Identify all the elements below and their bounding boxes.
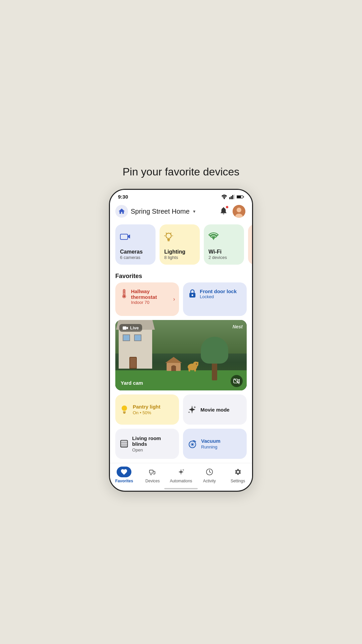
vacuum-tile[interactable]: Vacuum Running bbox=[183, 429, 247, 459]
svg-point-29 bbox=[192, 294, 193, 296]
battery-icon bbox=[237, 195, 244, 199]
cameras-sublabel: 6 cameras bbox=[120, 255, 151, 260]
bottom-tiles-row-1: Pantry light On • 50% Movie mode bbox=[110, 394, 252, 429]
svg-point-52 bbox=[192, 444, 193, 445]
svg-rect-2 bbox=[231, 196, 232, 199]
svg-rect-11 bbox=[120, 234, 128, 239]
status-time: 9:30 bbox=[118, 194, 128, 200]
svg-point-9 bbox=[237, 208, 241, 212]
svg-marker-30 bbox=[165, 357, 182, 363]
svg-rect-4 bbox=[234, 195, 235, 199]
category-tile-lighting[interactable]: Lighting 8 lights bbox=[160, 224, 200, 265]
svg-rect-38 bbox=[123, 326, 126, 330]
svg-rect-41 bbox=[234, 379, 238, 383]
blinds-label: Living room blinds bbox=[132, 435, 174, 447]
top-bar-right bbox=[219, 205, 245, 218]
heart-icon bbox=[120, 468, 128, 476]
nav-devices[interactable]: Devices bbox=[138, 467, 167, 483]
svg-point-20 bbox=[213, 239, 214, 240]
svg-line-16 bbox=[166, 233, 167, 233]
nav-activity-label: Activity bbox=[203, 479, 216, 483]
svg-rect-45 bbox=[123, 413, 125, 414]
camera-category-icon bbox=[120, 232, 130, 240]
blinds-tile[interactable]: Living room blinds Open bbox=[115, 429, 179, 459]
pantry-light-tile[interactable]: Pantry light On • 50% bbox=[115, 394, 179, 425]
sparkle-icon bbox=[188, 405, 196, 414]
activity-icon bbox=[206, 468, 213, 476]
favorite-lock[interactable]: Front door lock Locked bbox=[183, 282, 247, 316]
nav-favorites[interactable]: Favorites bbox=[110, 467, 138, 483]
svg-rect-3 bbox=[232, 195, 233, 199]
no-video-icon[interactable] bbox=[231, 375, 243, 387]
chevron-down-icon: ▾ bbox=[193, 209, 195, 214]
categories-scroll: Cameras 6 cameras bbox=[110, 221, 252, 268]
home-selector[interactable]: Spring Street Home ▾ bbox=[115, 205, 195, 218]
nest-brand-badge: Nest bbox=[233, 324, 243, 329]
vacuum-label: Vacuum bbox=[201, 438, 221, 444]
svg-point-36 bbox=[188, 368, 190, 372]
svg-rect-1 bbox=[229, 197, 230, 199]
vacuum-icon bbox=[188, 439, 197, 448]
thermostat-temp: Indoor 70 bbox=[131, 300, 174, 305]
category-tile-cameras[interactable]: Cameras 6 cameras bbox=[115, 224, 156, 265]
pantry-sub: On • 50% bbox=[133, 410, 161, 415]
page-headline: Pin your favorite devices bbox=[123, 166, 240, 178]
status-icons bbox=[221, 195, 244, 199]
status-bar: 9:30 bbox=[110, 190, 252, 202]
nav-automations[interactable]: Automations bbox=[167, 467, 195, 483]
nav-settings-label: Settings bbox=[231, 479, 245, 483]
camera-name-label: Yard cam bbox=[121, 380, 143, 386]
nav-activity[interactable]: Activity bbox=[195, 467, 224, 483]
category-tile-climate[interactable]: Climate 3 devices bbox=[248, 224, 252, 265]
favorites-row: Hallway thermostat Indoor 70 › Front doo… bbox=[110, 282, 252, 320]
camera-feed[interactable]: Live Nest Yard cam bbox=[115, 320, 247, 390]
svg-rect-7 bbox=[243, 196, 244, 197]
favorites-section-label: Favorites bbox=[110, 268, 252, 282]
svg-point-37 bbox=[194, 368, 196, 372]
lighting-label: Lighting bbox=[164, 249, 195, 255]
nav-automations-label: Automations bbox=[170, 479, 192, 483]
thermostat-chevron: › bbox=[173, 296, 175, 302]
home-icon-bg bbox=[115, 205, 128, 218]
svg-line-17 bbox=[171, 233, 171, 233]
lock-name: Front door lock bbox=[200, 288, 237, 294]
svg-point-27 bbox=[123, 296, 125, 298]
nav-settings-icon-wrap bbox=[231, 467, 245, 477]
nav-devices-label: Devices bbox=[145, 479, 160, 483]
signal-icon bbox=[229, 195, 235, 199]
movie-mode-tile[interactable]: Movie mode bbox=[183, 394, 247, 425]
home-icon bbox=[118, 208, 125, 215]
wifi-status-icon bbox=[221, 195, 227, 199]
automations-icon bbox=[177, 468, 185, 476]
wifi-label: Wi-Fi bbox=[208, 249, 239, 255]
svg-marker-39 bbox=[126, 327, 128, 329]
favorite-thermostat[interactable]: Hallway thermostat Indoor 70 › bbox=[115, 282, 179, 316]
doghouse-svg bbox=[165, 357, 182, 371]
avatar-image bbox=[233, 205, 245, 218]
wifi-category-icon bbox=[208, 232, 219, 240]
nav-favorites-icon-wrap bbox=[117, 467, 131, 477]
category-tile-wifi[interactable]: Wi-Fi 2 devices bbox=[204, 224, 244, 265]
nav-favorites-label: Favorites bbox=[115, 479, 133, 483]
wifi-sublabel: 2 devices bbox=[208, 255, 239, 260]
user-avatar[interactable] bbox=[233, 205, 245, 218]
pantry-label: Pantry light bbox=[133, 404, 161, 410]
thermostat-icon bbox=[121, 288, 128, 299]
svg-point-35 bbox=[196, 364, 197, 365]
nav-settings[interactable]: Settings bbox=[224, 467, 252, 483]
nav-automations-icon-wrap bbox=[174, 467, 188, 477]
top-bar: Spring Street Home ▾ bbox=[110, 202, 252, 221]
lighting-category-icon bbox=[164, 232, 173, 242]
pantry-bulb-icon bbox=[120, 405, 129, 414]
phone-frame: 9:30 bbox=[109, 189, 253, 492]
bottom-nav: Favorites Devices bbox=[110, 463, 252, 485]
notification-bell[interactable] bbox=[219, 206, 228, 216]
nav-activity-icon-wrap bbox=[202, 467, 217, 477]
svg-rect-25 bbox=[124, 290, 124, 294]
camera-live-icon bbox=[123, 326, 128, 330]
live-text: Live bbox=[130, 325, 139, 330]
svg-point-13 bbox=[166, 233, 171, 238]
svg-marker-12 bbox=[128, 234, 130, 238]
movie-mode-label: Movie mode bbox=[200, 407, 230, 413]
blinds-icon bbox=[120, 439, 128, 448]
